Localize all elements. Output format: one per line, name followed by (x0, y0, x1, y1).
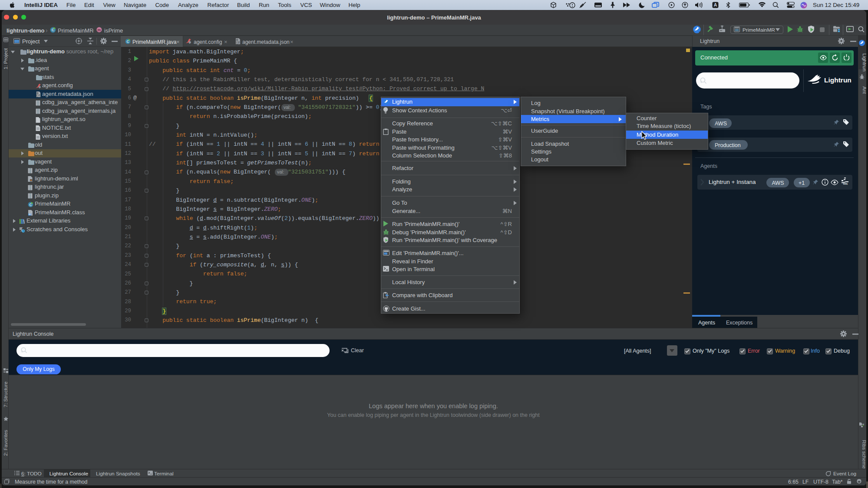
svg-text:PIPE: PIPE (843, 183, 848, 185)
svg-text:Lightrun: Lightrun (824, 76, 851, 84)
svg-text:01: 01 (28, 213, 31, 216)
svg-text:{@}: {@} (236, 41, 241, 44)
svg-text:{@}: {@} (36, 94, 41, 97)
svg-text:A: A (714, 2, 717, 7)
svg-text:m: m (98, 28, 101, 32)
